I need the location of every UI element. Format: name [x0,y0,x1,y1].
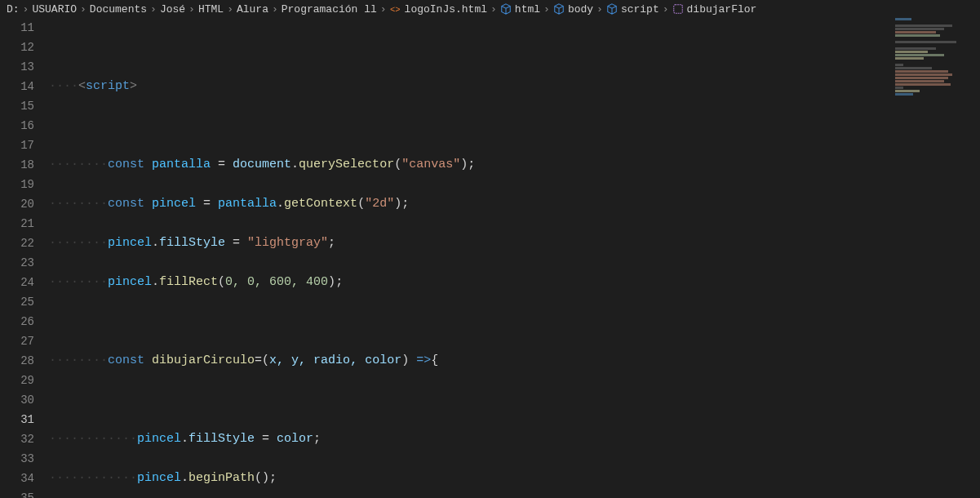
chevron-right-icon: › [188,3,195,16]
chevron-right-icon: › [23,3,29,16]
line-number: 32 [0,429,34,449]
breadcrumb[interactable]: D: › USUARIO › Documents › José › HTML ›… [0,0,980,18]
line-number: 11 [0,18,34,38]
code-line: ············pincel.beginPath(); [49,469,980,488]
chevron-right-icon: › [380,3,387,16]
line-number: 20 [0,194,34,214]
line-number: 28 [0,351,34,371]
symbol-function-icon [672,3,684,15]
symbol-cube-icon [606,3,618,15]
line-number: 14 [0,77,34,96]
line-number: 12 [0,38,34,57]
symbol-cube-icon [553,3,565,15]
breadcrumb-item[interactable]: script [606,3,659,16]
symbol-cube-icon [500,3,512,15]
code-file-icon: <> [390,3,401,15]
chevron-right-icon: › [663,3,669,16]
chevron-right-icon: › [227,3,233,16]
line-number: 19 [0,175,34,194]
line-number: 22 [0,233,34,253]
code-line: ········const pantalla = document.queryS… [49,155,980,175]
breadcrumb-item[interactable]: body [553,3,593,16]
code-line: ········pincel.fillStyle = "lightgray"; [49,233,980,253]
line-number: 23 [0,253,34,273]
line-number: 18 [0,155,34,175]
line-number: 27 [0,331,34,351]
chevron-right-icon: › [272,3,278,16]
line-number: 34 [0,469,34,488]
line-number-gutter: 1112131415161718192021222324252627282930… [0,18,49,498]
code-line [49,38,980,57]
breadcrumb-item[interactable]: USUARIO [32,3,77,16]
code-line [49,116,980,136]
code-line: ········pincel.fillRect(0, 0, 600, 400); [49,273,980,292]
svg-text:<>: <> [390,5,401,15]
breadcrumb-item[interactable]: dibujarFlor [672,3,757,16]
line-number: 25 [0,292,34,312]
chevron-right-icon: › [490,3,497,16]
line-number: 33 [0,449,34,469]
chevron-right-icon: › [596,3,603,16]
line-number: 29 [0,371,34,390]
line-number: 31 [0,410,34,429]
breadcrumb-item[interactable]: Programación ll [282,3,377,16]
breadcrumb-item[interactable]: <> logoInJs.html [390,3,487,16]
code-line [49,312,980,331]
breadcrumb-item[interactable]: D: [7,3,20,16]
breadcrumb-item[interactable]: html [500,3,540,16]
line-number: 13 [0,57,34,77]
chevron-right-icon: › [150,3,157,16]
line-number: 16 [0,116,34,136]
chevron-right-icon: › [80,3,86,16]
code-line: ········const dibujarCirculo=(x, y, radi… [49,351,980,371]
code-line: ············pincel.fillStyle = color; [49,429,980,449]
code-content[interactable]: ····<script> ········const pantalla = do… [49,18,980,498]
breadcrumb-item[interactable]: Documents [90,3,147,16]
line-number: 35 [0,488,34,498]
svg-rect-1 [673,5,682,14]
code-line: ····<script> [49,77,980,96]
line-number: 17 [0,136,34,155]
code-line: ········const pincel = pantalla.getConte… [49,194,980,214]
editor[interactable]: 1112131415161718192021222324252627282930… [0,18,980,498]
breadcrumb-item[interactable]: Alura [237,3,268,16]
line-number: 15 [0,96,34,116]
line-number: 24 [0,273,34,292]
line-number: 30 [0,390,34,410]
line-number: 21 [0,214,34,233]
line-number: 26 [0,312,34,331]
breadcrumb-item[interactable]: HTML [198,3,224,16]
chevron-right-icon: › [543,3,550,16]
code-line [49,390,980,410]
breadcrumb-item[interactable]: José [160,3,185,16]
